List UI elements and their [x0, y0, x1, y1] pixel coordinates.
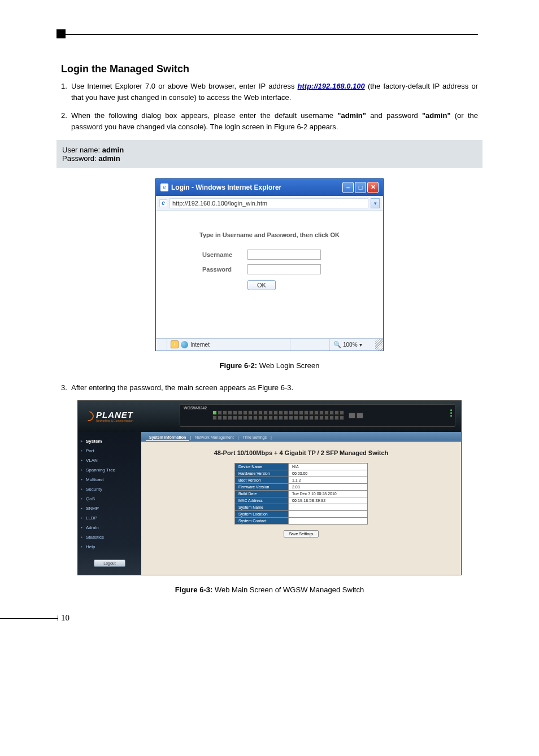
port	[329, 410, 334, 415]
sidebar-item-port[interactable]: Port	[78, 446, 141, 456]
page-number: 10	[61, 613, 478, 623]
step-2-admin-pass: "admin"	[422, 111, 451, 120]
info-value: Tue Dec 7 10:00:28 2010	[289, 490, 368, 497]
resize-grip[interactable]	[375, 339, 383, 351]
table-row: Firmware Version2.08	[235, 483, 368, 490]
ok-button[interactable]: OK	[247, 280, 276, 290]
close-button[interactable]: ✕	[367, 182, 379, 193]
info-key: Hardware Version	[235, 470, 289, 477]
port	[233, 410, 237, 415]
step-2: When the following dialog box appears, p…	[61, 110, 478, 133]
figure-6-3-caption: Figure 6-3: Web Main Screen of WGSW Mana…	[61, 585, 478, 594]
status-spacer	[290, 339, 330, 351]
sidebar-item-admin[interactable]: Admin	[78, 523, 141, 532]
sfp-slot	[357, 413, 363, 418]
planet-swoosh-icon	[81, 409, 95, 423]
info-key: System Name	[235, 504, 289, 510]
port	[253, 416, 258, 420]
sidebar-item-system[interactable]: System	[78, 436, 141, 446]
ie-url-field[interactable]: http://192.168.0.100/login_win.htm	[169, 198, 368, 208]
page-number-value: 10	[61, 613, 69, 622]
table-row: System Name	[235, 504, 368, 510]
zoom-dropdown[interactable]: ▾	[359, 342, 362, 348]
password-value: admin	[98, 154, 120, 163]
internet-zone-label: Internet	[190, 342, 210, 348]
step-2-a: When the following dialog box appears, p…	[71, 111, 337, 120]
port	[248, 416, 253, 420]
port	[279, 410, 283, 415]
info-key: MAC Address	[235, 497, 289, 504]
port	[329, 416, 334, 420]
sidebar-item-security[interactable]: Security	[78, 484, 141, 494]
sidebar-item-help[interactable]: Help	[78, 542, 141, 552]
minimize-button[interactable]: –	[342, 182, 354, 193]
login-instruction: Type in Username and Password, then clic…	[173, 231, 366, 238]
port	[258, 416, 263, 420]
port	[289, 410, 293, 415]
address-dropdown-button[interactable]: ▾	[371, 198, 380, 208]
info-key: Boot Version	[235, 477, 289, 483]
port	[304, 410, 308, 415]
step-3: After entering the password, the main sc…	[61, 382, 478, 394]
port	[212, 410, 217, 415]
tab-network-management[interactable]: Network Management	[192, 434, 237, 441]
tab-time-settings[interactable]: Time Settings	[240, 434, 271, 441]
info-key: Firmware Version	[235, 483, 289, 490]
sidebar-item-vlan[interactable]: VLAN	[78, 456, 141, 465]
port	[253, 410, 258, 415]
sidebar-item-multicast[interactable]: Multicast	[78, 475, 141, 484]
port	[263, 416, 268, 420]
port	[212, 416, 217, 420]
sidebar-item-snmp[interactable]: SNMP	[78, 504, 141, 513]
port	[228, 416, 232, 420]
password-input[interactable]	[247, 264, 321, 274]
step-2-c: and password	[366, 111, 422, 120]
switch-sidebar: SystemPortVLANSpanning TreeMulticastSecu…	[78, 432, 141, 575]
logout-button[interactable]: Logout	[94, 560, 125, 567]
port	[279, 416, 283, 420]
port	[319, 416, 324, 420]
credentials-box: User name: admin Password: admin	[56, 140, 483, 168]
brand-subtext: Networking & Communication	[96, 419, 133, 422]
port	[324, 416, 329, 420]
internet-zone-icon	[181, 341, 188, 348]
ie-status-bar: ! Internet 🔍 100% ▾	[156, 338, 383, 351]
port	[294, 416, 298, 420]
port	[218, 410, 222, 415]
port	[233, 416, 237, 420]
info-key: Build Date	[235, 490, 289, 497]
sidebar-item-qos[interactable]: QoS	[78, 494, 141, 504]
port	[268, 410, 273, 415]
port	[304, 416, 308, 420]
figure-6-2-label: Figure 6-2:	[220, 361, 257, 370]
port	[273, 410, 278, 415]
info-key: Device Name	[235, 463, 289, 470]
port	[299, 410, 303, 415]
step-1-text-before: Use Internet Explorer 7.0 or above Web b…	[71, 82, 298, 90]
section-heading: Login the Managed Switch	[61, 63, 478, 75]
maximize-button[interactable]: □	[355, 182, 366, 193]
status-left-cell	[156, 339, 167, 351]
login-form-area: Type in Username and Password, then clic…	[156, 211, 383, 338]
instructions-list-cont: After entering the password, the main sc…	[61, 382, 478, 394]
table-row: MAC Address00-19-18-5B-39-82	[235, 497, 368, 504]
port	[334, 416, 339, 420]
port	[284, 410, 288, 415]
port	[228, 410, 232, 415]
table-row: Boot Version1.1.2	[235, 477, 368, 483]
switch-front-panel: WGSW-5242	[180, 404, 455, 427]
port	[268, 416, 273, 420]
sidebar-item-lldp[interactable]: LLDP	[78, 513, 141, 523]
sidebar-item-statistics[interactable]: Statistics	[78, 532, 141, 542]
save-settings-button[interactable]: Save Settings	[284, 530, 318, 537]
ip-address-link[interactable]: http://192.168.0.100	[298, 82, 365, 90]
port	[243, 410, 247, 415]
sidebar-item-spanning-tree[interactable]: Spanning Tree	[78, 465, 141, 475]
system-info-table: Device NameN/AHardware Version00.03.00Bo…	[234, 463, 368, 525]
figure-6-2-caption: Figure 6-2: Web Login Screen	[61, 361, 478, 370]
header-decorator	[61, 34, 478, 35]
table-row: Device NameN/A	[235, 463, 368, 470]
username-input[interactable]	[247, 250, 321, 260]
tab-system-information[interactable]: System Information	[146, 434, 189, 441]
port	[314, 416, 319, 420]
